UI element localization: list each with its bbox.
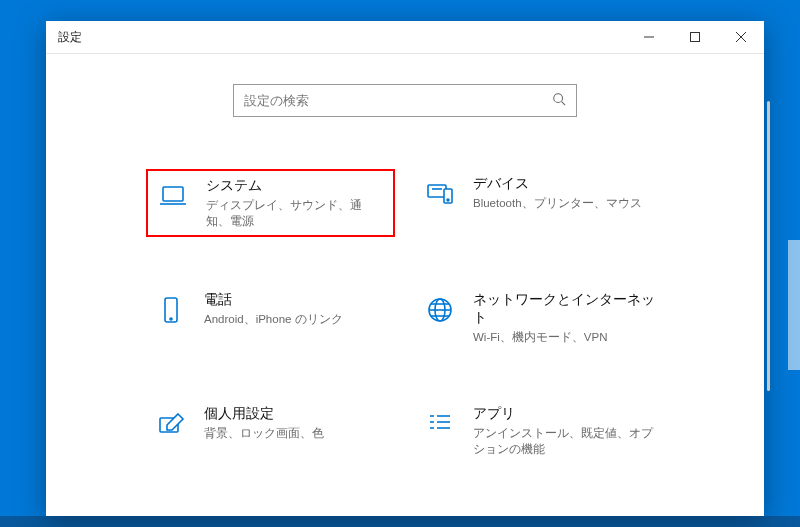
category-devices[interactable]: デバイス Bluetooth、プリンター、マウス [415, 169, 664, 237]
category-title: デバイス [473, 175, 656, 193]
category-apps[interactable]: アプリ アンインストール、既定値、オプションの機能 [415, 399, 664, 463]
desktop-background-edge [788, 240, 800, 370]
window-controls [626, 21, 764, 53]
category-subtitle: Bluetooth、プリンター、マウス [473, 195, 656, 211]
content-area: システム ディスプレイ、サウンド、通知、電源 デバイス Bluetooth、プリ… [46, 54, 764, 516]
apps-icon [423, 407, 457, 441]
search-input[interactable] [244, 93, 552, 108]
svg-point-13 [170, 318, 172, 320]
search-box[interactable] [233, 84, 577, 117]
category-title: 個人用設定 [204, 405, 387, 423]
globe-icon [423, 293, 457, 327]
category-title: システム [206, 177, 385, 195]
category-subtitle: Wi-Fi、機内モード、VPN [473, 329, 656, 345]
scrollbar[interactable] [767, 101, 770, 391]
svg-line-5 [562, 101, 566, 105]
maximize-button[interactable] [672, 21, 718, 53]
category-subtitle: Android、iPhone のリンク [204, 311, 387, 327]
titlebar[interactable]: 設定 [46, 21, 764, 54]
taskbar[interactable] [0, 516, 800, 527]
minimize-button[interactable] [626, 21, 672, 53]
category-phone[interactable]: 電話 Android、iPhone のリンク [146, 285, 395, 351]
category-title: 電話 [204, 291, 387, 309]
svg-point-10 [447, 199, 449, 201]
devices-icon [423, 177, 457, 211]
close-button[interactable] [718, 21, 764, 53]
window-title: 設定 [46, 29, 82, 46]
search-icon [552, 92, 566, 110]
settings-window: 設定 [46, 21, 764, 516]
svg-rect-6 [163, 187, 183, 201]
laptop-icon [156, 179, 190, 213]
category-title: ネットワークとインターネット [473, 291, 656, 327]
pen-icon [154, 407, 188, 441]
category-title: アプリ [473, 405, 656, 423]
category-personalization[interactable]: 個人用設定 背景、ロック画面、色 [146, 399, 395, 463]
categories-grid: システム ディスプレイ、サウンド、通知、電源 デバイス Bluetooth、プリ… [46, 117, 764, 516]
phone-icon [154, 293, 188, 327]
svg-rect-1 [691, 33, 700, 42]
category-system[interactable]: システム ディスプレイ、サウンド、通知、電源 [146, 169, 395, 237]
category-network[interactable]: ネットワークとインターネット Wi-Fi、機内モード、VPN [415, 285, 664, 351]
category-subtitle: アンインストール、既定値、オプションの機能 [473, 425, 656, 457]
category-subtitle: ディスプレイ、サウンド、通知、電源 [206, 197, 385, 229]
svg-point-4 [554, 93, 563, 102]
category-subtitle: 背景、ロック画面、色 [204, 425, 387, 441]
